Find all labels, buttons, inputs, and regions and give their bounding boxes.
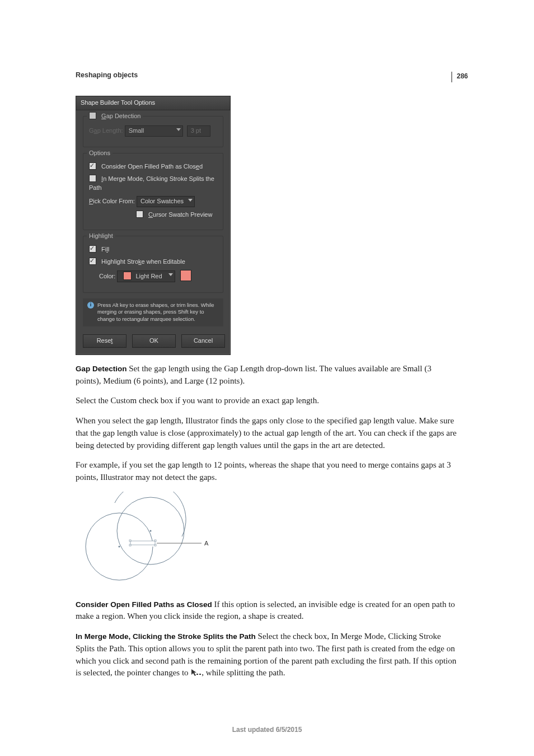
color-label: Color: xyxy=(99,273,115,279)
options-group: Options Consider Open Filled Path as Clo… xyxy=(83,153,223,230)
document-page: 286 Reshaping objects Shape Builder Tool… xyxy=(0,0,534,756)
merge-splits-label: In Merge Mode, Clicking Stroke Splits th… xyxy=(89,175,214,191)
chevron-down-icon xyxy=(176,128,181,131)
split-cursor-icon xyxy=(190,668,202,681)
svg-rect-12 xyxy=(199,674,201,675)
svg-rect-7 xyxy=(154,540,156,542)
gap-detection-checkbox[interactable] xyxy=(89,112,96,119)
highlight-label: Highlight xyxy=(87,232,115,241)
svg-point-4 xyxy=(150,530,152,531)
svg-rect-9 xyxy=(154,544,156,546)
fill-label: Fill xyxy=(101,246,109,253)
paragraph: For example, if you set the gap length t… xyxy=(76,459,458,484)
page-footer: Last updated 6/5/2015 xyxy=(0,725,534,735)
options-label: Options xyxy=(87,149,113,158)
info-note: i Press Alt key to erase shapes, or trim… xyxy=(83,298,223,326)
gap-length-select[interactable]: Small xyxy=(125,125,183,137)
reset-button[interactable]: Reset xyxy=(83,334,127,348)
term-gap-detection: Gap Detection xyxy=(76,365,127,373)
highlight-stroke-label: Highlight Stroke when Editable xyxy=(101,258,185,265)
gap-length-label: Gap Length: xyxy=(89,127,123,134)
term-merge-mode: In Merge Mode, Clicking the Stroke Split… xyxy=(76,632,256,641)
paragraph: When you select the gap length, Illustra… xyxy=(76,415,458,451)
figure-label-a: A xyxy=(204,540,209,547)
chevron-down-icon xyxy=(168,273,173,276)
page-number: 286 xyxy=(451,72,472,82)
gap-detection-text: Gap Detection xyxy=(101,113,140,119)
section-header: Reshaping objects xyxy=(76,70,458,80)
highlight-color-select[interactable]: Light Red xyxy=(117,270,175,282)
ok-button[interactable]: OK xyxy=(132,334,176,348)
color-preview-swatch xyxy=(180,270,191,281)
color-swatch-icon xyxy=(123,272,132,280)
gap-detection-label: Gap Detection xyxy=(87,112,143,121)
fill-checkbox[interactable] xyxy=(89,245,96,253)
highlight-stroke-checkbox[interactable] xyxy=(89,258,96,265)
gap-figure: A xyxy=(76,492,458,591)
paragraph: Gap Detection Set the gap length using t… xyxy=(76,363,458,388)
paragraph: In Merge Mode, Clicking the Stroke Split… xyxy=(76,631,458,681)
info-text: Press Alt key to erase shapes, or trim l… xyxy=(97,302,219,323)
svg-rect-2 xyxy=(132,541,154,547)
term-open-filled: Consider Open Filled Paths as Closed xyxy=(76,600,212,609)
open-filled-label: Consider Open Filled Path as Closed xyxy=(101,163,203,170)
dialog-title: Shape Builder Tool Options xyxy=(76,96,230,110)
info-icon: i xyxy=(87,302,94,309)
gap-length-custom-field[interactable]: 3 pt xyxy=(187,125,210,137)
pick-color-from-select[interactable]: Color Swatches xyxy=(137,196,195,207)
svg-rect-8 xyxy=(129,544,131,546)
chevron-down-icon xyxy=(188,199,193,202)
cursor-swatch-checkbox[interactable] xyxy=(136,211,143,218)
cancel-button[interactable]: Cancel xyxy=(181,334,225,348)
cursor-swatch-label: Cursor Swatch Preview xyxy=(148,211,212,218)
paragraph: Consider Open Filled Paths as Closed If … xyxy=(76,599,458,623)
pick-color-from-label: Pick Color From: xyxy=(89,198,135,204)
highlight-group: Highlight Fill Highlight Stroke when Edi… xyxy=(83,236,223,293)
svg-rect-11 xyxy=(196,674,198,675)
gap-detection-group: Gap Detection Gap Length: Small 3 pt xyxy=(83,116,223,147)
merge-splits-checkbox[interactable] xyxy=(89,175,96,182)
svg-rect-6 xyxy=(129,540,131,542)
svg-point-3 xyxy=(119,545,120,547)
shape-builder-options-dialog: Shape Builder Tool Options Gap Detection… xyxy=(76,96,231,355)
open-filled-checkbox[interactable] xyxy=(89,162,96,170)
paragraph: Select the Custom check box if you want … xyxy=(76,395,458,407)
